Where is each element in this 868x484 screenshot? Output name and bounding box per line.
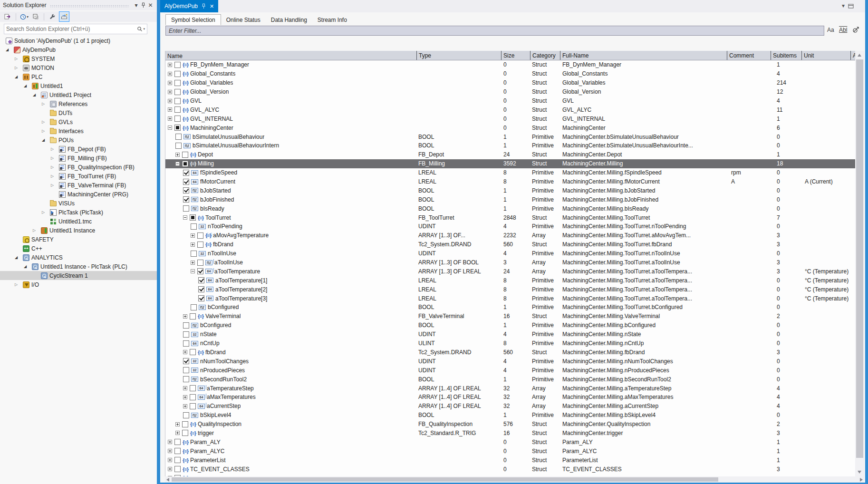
table-row-nproducedpieces[interactable]: 32nProducedPiecesUDINT4PrimitiveMachinin…: [165, 366, 855, 375]
row-expander-plus-icon[interactable]: [168, 63, 172, 67]
tree-item-fb-toolturret-fb[interactable]: ▷FB_ToolTurret (FB): [0, 172, 157, 181]
table-row-nnumtoolchanges[interactable]: 32nNumToolChangesUDINT4PrimitiveMachinin…: [165, 357, 855, 366]
row-checkbox[interactable]: [183, 205, 189, 212]
expander-collapsed-icon[interactable]: ▷: [51, 174, 59, 178]
window-icon[interactable]: [848, 3, 854, 9]
scroll-left-arrow[interactable]: [166, 478, 169, 482]
table-row-parameterlist[interactable]: {≡}ParameterList0StructParameterList1: [165, 455, 855, 465]
row-checkbox[interactable]: [183, 367, 189, 373]
tree-item-solution-alydemopub-1-of-1-project[interactable]: Solution 'AlyDemoPub' (1 of 1 project): [0, 36, 157, 45]
properties-button[interactable]: [48, 12, 57, 21]
tab-symbol-selection[interactable]: Symbol Selection: [165, 14, 221, 25]
row-checkbox[interactable]: [190, 214, 196, 221]
row-checkbox[interactable]: [183, 412, 189, 418]
table-row-nstate[interactable]: 32nStateUDINT4PrimitiveMachiningCenter.M…: [165, 330, 855, 339]
tree-item-fb-depot-fb[interactable]: ▷FB_Depot (FB): [0, 145, 157, 154]
search-arrow-icon[interactable]: [852, 26, 860, 35]
row-checkbox[interactable]: [174, 89, 181, 95]
row-expander-plus-icon[interactable]: [191, 261, 195, 265]
row-checkbox[interactable]: [182, 430, 188, 436]
tree-item-plc[interactable]: ◢PLC: [0, 72, 157, 81]
table-row-atooltemperature[interactable]: 64aToolTemperatureARRAY [1..3] OF LREAL2…: [165, 267, 855, 276]
row-checkbox[interactable]: [174, 125, 181, 131]
sync-with-active-document-button[interactable]: [59, 11, 69, 22]
row-checkbox[interactable]: [190, 394, 196, 400]
row-checkbox[interactable]: [197, 260, 203, 266]
table-row-gvl-alyc[interactable]: {≡}GVL_ALYC0StructGVL_ALYC11: [165, 105, 855, 114]
row-expander-minus-icon[interactable]: [191, 269, 195, 273]
table-row-machiningcenter[interactable]: {≡}MachiningCenter0StructMachiningCenter…: [165, 123, 855, 132]
expander-collapsed-icon[interactable]: ▷: [42, 129, 50, 133]
column-header-full-name[interactable]: Full-Name: [560, 51, 727, 60]
row-expander-minus-icon[interactable]: [183, 215, 187, 220]
expander-collapsed-icon[interactable]: ▷: [51, 147, 59, 151]
row-checkbox[interactable]: [190, 403, 196, 409]
row-expander-plus-icon[interactable]: [168, 458, 172, 462]
row-checkbox[interactable]: [191, 251, 197, 257]
row-checkbox[interactable]: [175, 143, 182, 149]
row-expander-plus-icon[interactable]: [191, 242, 195, 247]
filter-input[interactable]: [166, 26, 824, 35]
table-row-bconfigured[interactable]: bConfiguredBOOL1PrimitiveMachiningCenter…: [165, 303, 855, 312]
row-expander-plus-icon[interactable]: [168, 107, 172, 112]
table-row-atooltemperature-3[interactable]: 64aToolTemperature[3]LREAL8PrimitiveMach…: [165, 294, 855, 303]
row-checkbox[interactable]: [174, 457, 181, 463]
table-row-fbdrand[interactable]: {≡}fbDrandTc2_System.DRAND560StructMachi…: [165, 348, 855, 357]
tree-item-untitled1-tmc[interactable]: Untitled1.tmc: [0, 217, 157, 226]
expander-collapsed-icon[interactable]: ▷: [42, 120, 50, 124]
row-checkbox[interactable]: [183, 196, 189, 203]
row-expander-plus-icon[interactable]: [175, 153, 180, 157]
tree-item-pous[interactable]: ◢POUs: [0, 136, 157, 145]
search-icon[interactable]: ▾: [135, 26, 147, 32]
table-row-global-variables[interactable]: {≡}Global_Variables0StructGlobal_Variabl…: [165, 78, 855, 87]
column-header-unit[interactable]: Unit: [801, 51, 850, 60]
row-checkbox[interactable]: [183, 170, 189, 176]
expander-collapsed-icon[interactable]: ▷: [51, 156, 59, 160]
tree-item-visus[interactable]: VISUs: [0, 199, 157, 208]
table-row-ntoolinuse[interactable]: 32nToolInUseUDINT4PrimitiveMachiningCent…: [165, 249, 855, 258]
row-checkbox[interactable]: [183, 376, 189, 382]
row-checkbox[interactable]: [182, 161, 188, 167]
row-expander-plus-icon[interactable]: [168, 81, 172, 85]
expander-collapsed-icon[interactable]: ▷: [33, 228, 41, 232]
table-row-fspindlespeed[interactable]: 64fSpindleSpeedLREAL8PrimitiveMachiningC…: [165, 168, 855, 177]
pending-changes-filter-button[interactable]: ▾: [19, 12, 29, 21]
row-checkbox[interactable]: [198, 286, 204, 292]
table-row-qualityinspection[interactable]: {≡}QualityInspectionFB_QualityInspection…: [165, 420, 855, 429]
tree-item-motion[interactable]: ▷MOTION: [0, 63, 157, 72]
tree-item-c[interactable]: ++C++: [0, 244, 157, 253]
table-row-depot[interactable]: {≡}DepotFB_Depot24StructMachiningCenter.…: [165, 150, 855, 159]
row-checkbox[interactable]: [191, 223, 197, 230]
table-row-bskiplevel4[interactable]: bSkipLevel4BOOL1PrimitiveMachiningCenter…: [165, 411, 855, 420]
row-checkbox[interactable]: [183, 358, 189, 364]
match-case-button[interactable]: Aa: [827, 27, 834, 33]
row-checkbox[interactable]: [174, 98, 181, 104]
row-checkbox[interactable]: [190, 385, 196, 391]
column-header-name[interactable]: Name: [165, 51, 416, 60]
row-expander-plus-icon[interactable]: [183, 314, 187, 319]
table-row-tc-event-classes[interactable]: {≡}TC_EVENT_CLASSES0StructTC_EVENT_CLASS…: [165, 465, 855, 474]
row-checkbox[interactable]: [174, 116, 181, 122]
tree-item-untitled1-project[interactable]: ◢Untitled1 Project: [0, 90, 157, 99]
table-row-bconfigured[interactable]: bConfiguredBOOL1PrimitiveMachiningCenter…: [165, 321, 855, 330]
tree-item-machiningcenter-prg[interactable]: MachiningCenter (PRG): [0, 190, 157, 199]
row-checkbox[interactable]: [174, 439, 181, 445]
row-checkbox[interactable]: [183, 340, 189, 347]
expander-collapsed-icon[interactable]: ▷: [51, 165, 59, 169]
expander-collapsed-icon[interactable]: ▷: [42, 210, 50, 214]
tree-item-untitled1-instance[interactable]: ▷Untitled1 Instance: [0, 226, 157, 235]
tree-item-untitled1[interactable]: ◢Untitled1: [0, 81, 157, 90]
row-checkbox[interactable]: [174, 466, 181, 472]
row-checkbox[interactable]: [191, 304, 197, 310]
expander-collapsed-icon[interactable]: ▷: [42, 102, 50, 106]
table-row-bjobstarted[interactable]: bJobStartedBOOL1PrimitiveMachiningCenter…: [165, 186, 855, 195]
scroll-up-arrow[interactable]: [858, 54, 861, 57]
row-checkbox[interactable]: [190, 349, 196, 355]
chevron-down-icon[interactable]: ▾: [27, 15, 29, 19]
tab-data-handling[interactable]: Data Handling: [266, 14, 312, 25]
expander-expanded-icon[interactable]: ◢: [42, 138, 50, 142]
row-expander-plus-icon[interactable]: [168, 440, 172, 444]
tree-item-plctask-plctask[interactable]: ▷PlcTask (PlcTask): [0, 208, 157, 217]
row-checkbox[interactable]: [197, 268, 203, 274]
row-expander-plus-icon[interactable]: [168, 449, 172, 453]
